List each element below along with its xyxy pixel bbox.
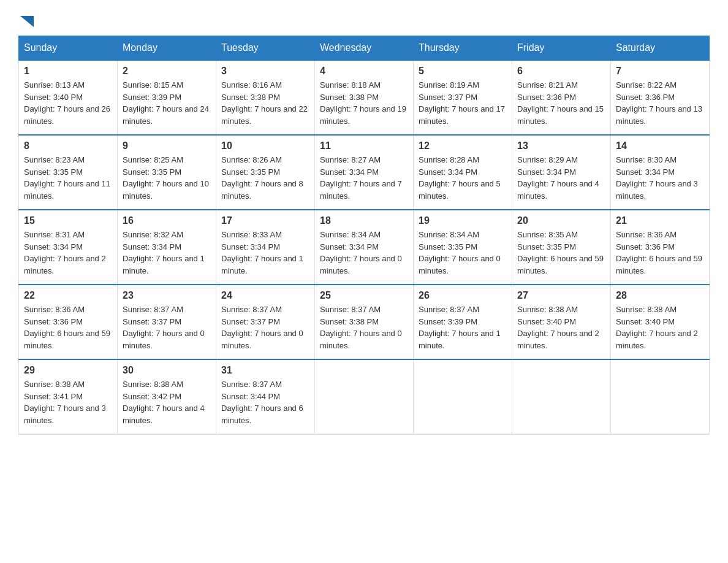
day-number: 17 — [221, 215, 309, 226]
day-number: 16 — [123, 215, 211, 226]
weekday-header-saturday: Saturday — [611, 36, 710, 61]
calendar-day-cell: 25 Sunrise: 8:37 AMSunset: 3:38 PMDaylig… — [315, 285, 414, 359]
calendar-day-cell — [414, 359, 512, 434]
day-info: Sunrise: 8:38 AMSunset: 3:40 PMDaylight:… — [616, 305, 698, 350]
calendar-day-cell: 7 Sunrise: 8:22 AMSunset: 3:36 PMDayligh… — [611, 60, 710, 135]
calendar-day-cell: 19 Sunrise: 8:34 AMSunset: 3:35 PMDaylig… — [414, 210, 512, 285]
weekday-header-row: SundayMondayTuesdayWednesdayThursdayFrid… — [19, 36, 710, 61]
calendar-day-cell: 20 Sunrise: 8:35 AMSunset: 3:35 PMDaylig… — [512, 210, 611, 285]
calendar-day-cell: 30 Sunrise: 8:38 AMSunset: 3:42 PMDaylig… — [118, 359, 216, 434]
weekday-header-thursday: Thursday — [414, 36, 512, 61]
day-info: Sunrise: 8:33 AMSunset: 3:34 PMDaylight:… — [221, 230, 303, 275]
calendar-day-cell: 3 Sunrise: 8:16 AMSunset: 3:38 PMDayligh… — [216, 60, 315, 135]
day-number: 15 — [24, 215, 112, 226]
calendar-week-row: 22 Sunrise: 8:36 AMSunset: 3:36 PMDaylig… — [19, 285, 710, 359]
day-number: 29 — [24, 365, 112, 376]
day-info: Sunrise: 8:28 AMSunset: 3:34 PMDaylight:… — [419, 155, 501, 201]
day-number: 7 — [616, 66, 704, 77]
calendar-day-cell: 28 Sunrise: 8:38 AMSunset: 3:40 PMDaylig… — [611, 285, 710, 359]
day-number: 5 — [419, 66, 507, 77]
calendar-day-cell: 18 Sunrise: 8:34 AMSunset: 3:34 PMDaylig… — [315, 210, 414, 285]
day-number: 18 — [320, 215, 408, 226]
day-number: 14 — [616, 140, 704, 151]
day-number: 26 — [419, 290, 507, 301]
day-info: Sunrise: 8:19 AMSunset: 3:37 PMDaylight:… — [419, 80, 505, 126]
calendar-week-row: 29 Sunrise: 8:38 AMSunset: 3:41 PMDaylig… — [19, 359, 710, 434]
day-number: 24 — [221, 290, 309, 301]
day-info: Sunrise: 8:34 AMSunset: 3:34 PMDaylight:… — [320, 230, 402, 275]
day-info: Sunrise: 8:37 AMSunset: 3:38 PMDaylight:… — [320, 305, 402, 350]
day-info: Sunrise: 8:36 AMSunset: 3:36 PMDaylight:… — [24, 305, 110, 350]
day-info: Sunrise: 8:16 AMSunset: 3:38 PMDaylight:… — [221, 80, 308, 126]
calendar-day-cell: 11 Sunrise: 8:27 AMSunset: 3:34 PMDaylig… — [315, 135, 414, 210]
weekday-header-sunday: Sunday — [19, 36, 118, 61]
day-info: Sunrise: 8:37 AMSunset: 3:39 PMDaylight:… — [419, 305, 501, 350]
day-info: Sunrise: 8:21 AMSunset: 3:36 PMDaylight:… — [517, 80, 604, 126]
calendar-day-cell — [315, 359, 414, 434]
day-info: Sunrise: 8:36 AMSunset: 3:36 PMDaylight:… — [616, 230, 702, 275]
day-number: 27 — [517, 290, 605, 301]
day-number: 8 — [24, 140, 112, 151]
calendar-table: SundayMondayTuesdayWednesdayThursdayFrid… — [18, 36, 710, 435]
day-number: 11 — [320, 140, 408, 151]
calendar-day-cell — [512, 359, 611, 434]
calendar-day-cell: 5 Sunrise: 8:19 AMSunset: 3:37 PMDayligh… — [414, 60, 512, 135]
day-number: 6 — [517, 66, 605, 77]
calendar-day-cell: 2 Sunrise: 8:15 AMSunset: 3:39 PMDayligh… — [118, 60, 216, 135]
day-info: Sunrise: 8:22 AMSunset: 3:36 PMDaylight:… — [616, 80, 702, 126]
day-info: Sunrise: 8:38 AMSunset: 3:40 PMDaylight:… — [517, 305, 599, 350]
calendar-day-cell: 22 Sunrise: 8:36 AMSunset: 3:36 PMDaylig… — [19, 285, 118, 359]
day-number: 25 — [320, 290, 408, 301]
weekday-header-friday: Friday — [512, 36, 611, 61]
day-number: 12 — [419, 140, 507, 151]
calendar-day-cell: 9 Sunrise: 8:25 AMSunset: 3:35 PMDayligh… — [118, 135, 216, 210]
calendar-week-row: 8 Sunrise: 8:23 AMSunset: 3:35 PMDayligh… — [19, 135, 710, 210]
day-info: Sunrise: 8:37 AMSunset: 3:44 PMDaylight:… — [221, 380, 303, 425]
calendar-day-cell: 16 Sunrise: 8:32 AMSunset: 3:34 PMDaylig… — [118, 210, 216, 285]
day-number: 19 — [419, 215, 507, 226]
day-number: 20 — [517, 215, 605, 226]
day-info: Sunrise: 8:26 AMSunset: 3:35 PMDaylight:… — [221, 155, 303, 201]
calendar-day-cell: 14 Sunrise: 8:30 AMSunset: 3:34 PMDaylig… — [611, 135, 710, 210]
calendar-day-cell: 17 Sunrise: 8:33 AMSunset: 3:34 PMDaylig… — [216, 210, 315, 285]
calendar-day-cell: 23 Sunrise: 8:37 AMSunset: 3:37 PMDaylig… — [118, 285, 216, 359]
svg-marker-0 — [20, 16, 34, 27]
calendar-day-cell: 24 Sunrise: 8:37 AMSunset: 3:37 PMDaylig… — [216, 285, 315, 359]
day-info: Sunrise: 8:30 AMSunset: 3:34 PMDaylight:… — [616, 155, 698, 201]
logo — [18, 12, 34, 29]
day-info: Sunrise: 8:34 AMSunset: 3:35 PMDaylight:… — [419, 230, 501, 275]
day-info: Sunrise: 8:31 AMSunset: 3:34 PMDaylight:… — [24, 230, 106, 275]
calendar-day-cell: 31 Sunrise: 8:37 AMSunset: 3:44 PMDaylig… — [216, 359, 315, 434]
day-info: Sunrise: 8:25 AMSunset: 3:35 PMDaylight:… — [123, 155, 209, 201]
calendar-week-row: 15 Sunrise: 8:31 AMSunset: 3:34 PMDaylig… — [19, 210, 710, 285]
day-number: 1 — [24, 66, 112, 77]
weekday-header-tuesday: Tuesday — [216, 36, 315, 61]
calendar-week-row: 1 Sunrise: 8:13 AMSunset: 3:40 PMDayligh… — [19, 60, 710, 135]
day-info: Sunrise: 8:35 AMSunset: 3:35 PMDaylight:… — [517, 230, 604, 275]
page-header — [18, 12, 710, 29]
day-info: Sunrise: 8:32 AMSunset: 3:34 PMDaylight:… — [123, 230, 205, 275]
calendar-day-cell: 29 Sunrise: 8:38 AMSunset: 3:41 PMDaylig… — [19, 359, 118, 434]
calendar-day-cell — [611, 359, 710, 434]
day-info: Sunrise: 8:15 AMSunset: 3:39 PMDaylight:… — [123, 80, 209, 126]
calendar-day-cell: 1 Sunrise: 8:13 AMSunset: 3:40 PMDayligh… — [19, 60, 118, 135]
day-info: Sunrise: 8:38 AMSunset: 3:41 PMDaylight:… — [24, 380, 106, 425]
day-number: 31 — [221, 365, 309, 376]
day-number: 2 — [123, 66, 211, 77]
day-number: 3 — [221, 66, 309, 77]
weekday-header-monday: Monday — [118, 36, 216, 61]
day-number: 21 — [616, 215, 704, 226]
day-info: Sunrise: 8:27 AMSunset: 3:34 PMDaylight:… — [320, 155, 402, 201]
day-number: 13 — [517, 140, 605, 151]
calendar-day-cell: 21 Sunrise: 8:36 AMSunset: 3:36 PMDaylig… — [611, 210, 710, 285]
day-number: 23 — [123, 290, 211, 301]
calendar-day-cell: 8 Sunrise: 8:23 AMSunset: 3:35 PMDayligh… — [19, 135, 118, 210]
calendar-day-cell: 27 Sunrise: 8:38 AMSunset: 3:40 PMDaylig… — [512, 285, 611, 359]
calendar-day-cell: 15 Sunrise: 8:31 AMSunset: 3:34 PMDaylig… — [19, 210, 118, 285]
day-number: 28 — [616, 290, 704, 301]
day-info: Sunrise: 8:38 AMSunset: 3:42 PMDaylight:… — [123, 380, 205, 425]
calendar-day-cell: 26 Sunrise: 8:37 AMSunset: 3:39 PMDaylig… — [414, 285, 512, 359]
day-info: Sunrise: 8:18 AMSunset: 3:38 PMDaylight:… — [320, 80, 406, 126]
calendar-day-cell: 13 Sunrise: 8:29 AMSunset: 3:34 PMDaylig… — [512, 135, 611, 210]
day-number: 9 — [123, 140, 211, 151]
